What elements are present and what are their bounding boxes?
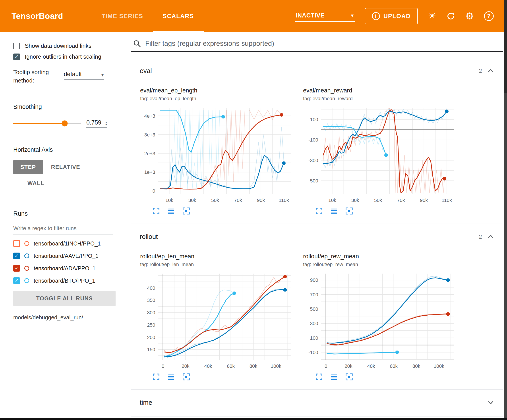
slider-thumb[interactable]	[62, 121, 68, 126]
group-name: time	[140, 399, 152, 406]
runs-filter-input[interactable]	[13, 224, 113, 234]
chevron-down-icon[interactable]	[487, 399, 494, 406]
divider	[0, 137, 123, 137]
svg-text:500: 500	[310, 306, 318, 312]
tab-time-series[interactable]: TIME SERIES	[92, 0, 153, 32]
chart-canvas[interactable]: 020k40k60k80k100k150200250300350400	[140, 270, 298, 372]
run-checkbox[interactable]: ✓	[13, 277, 20, 284]
svg-text:70k: 70k	[397, 198, 405, 203]
axis-relative-button[interactable]: RELATIVE	[44, 160, 87, 174]
upload-button[interactable]: i UPLOAD	[365, 8, 418, 24]
app-header: TensorBoard TIME SERIES SCALARS INACTIVE…	[0, 0, 507, 32]
svg-text:-100: -100	[308, 137, 318, 143]
fit-domain-button[interactable]	[182, 207, 191, 216]
show-download-links-checkbox[interactable]: Show data download links	[13, 42, 123, 49]
scrollbar-thumb[interactable]	[504, 0, 507, 93]
svg-text:110k: 110k	[442, 198, 452, 203]
tag-filter-input[interactable]	[145, 40, 502, 48]
svg-text:50k: 50k	[211, 198, 219, 203]
group-name: eval	[140, 67, 152, 75]
svg-text:100k: 100k	[434, 363, 444, 369]
tag-filter-bar	[131, 39, 503, 52]
axis-step-button[interactable]: STEP	[13, 160, 43, 174]
chart-canvas[interactable]: 020k40k60k80k100k-100100300500700900	[303, 270, 461, 372]
fit-domain-button[interactable]	[345, 207, 353, 216]
expand-chart-button[interactable]	[152, 207, 161, 216]
svg-text:90k: 90k	[420, 198, 428, 203]
expand-chart-button[interactable]	[152, 373, 161, 381]
chart-title: eval/mean_reward	[303, 87, 461, 94]
chart-canvas[interactable]: 10k30k50k70k90k110k-500-300-100100	[303, 104, 461, 206]
stepper-down-icon[interactable]: ▾	[106, 124, 107, 126]
status-dropdown[interactable]: INACTIVE ▾	[295, 11, 355, 22]
run-checkbox[interactable]	[13, 240, 20, 247]
svg-text:4e+3: 4e+3	[144, 113, 155, 119]
refresh-icon[interactable]	[446, 12, 455, 21]
divider	[0, 200, 123, 200]
fit-domain-button[interactable]	[182, 373, 191, 381]
view-data-button[interactable]	[330, 207, 338, 216]
chart-eval-mean-ep-length: eval/mean_ep_length tag: eval/mean_ep_le…	[140, 87, 298, 216]
nav-tabs: TIME SERIES SCALARS	[92, 0, 204, 32]
svg-text:-300: -300	[308, 158, 318, 163]
expand-chart-button[interactable]	[315, 207, 324, 216]
chevron-up-icon[interactable]	[487, 233, 494, 241]
ignore-outliers-checkbox[interactable]: ✓ Ignore outliers in chart scaling	[13, 53, 123, 60]
checkbox-icon[interactable]: ✓	[13, 54, 20, 60]
view-data-button[interactable]	[167, 207, 176, 216]
runs-directory-path: models/debugged_eval_run/	[13, 314, 123, 321]
smoothing-value-input[interactable]	[86, 119, 104, 126]
help-icon[interactable]: ?	[484, 11, 494, 21]
run-row-1inch[interactable]: tensorboard/1INCH/PPO_1	[13, 240, 123, 247]
run-color-swatch	[24, 254, 29, 258]
svg-text:200: 200	[147, 335, 155, 340]
svg-text:2e+3: 2e+3	[144, 151, 155, 156]
expand-chart-button[interactable]	[315, 373, 324, 381]
axis-wall-button[interactable]: WALL	[20, 176, 51, 190]
chevron-down-icon: ▾	[101, 72, 104, 78]
settings-sidebar: Show data download links ✓ Ignore outlie…	[0, 32, 128, 418]
group-header-rollout[interactable]: rollout 2	[131, 226, 503, 247]
run-checkbox[interactable]: ✓	[13, 253, 20, 259]
svg-text:150: 150	[147, 347, 155, 352]
toggle-all-runs-button[interactable]: TOGGLE ALL RUNS	[13, 291, 116, 306]
chart-rollout-ep-len-mean: rollout/ep_len_mean tag: rollout/ep_len_…	[140, 253, 298, 381]
app-title: TensorBoard	[12, 12, 63, 21]
run-checkbox[interactable]: ✓	[13, 265, 20, 272]
smoothing-value-field[interactable]: ▴▾	[86, 119, 107, 128]
run-row-aave[interactable]: ✓ tensorboard/AAVE/PPO_1	[13, 253, 123, 259]
svg-text:20k: 20k	[345, 363, 352, 369]
svg-text:50k: 50k	[374, 198, 382, 203]
tab-scalars[interactable]: SCALARS	[153, 0, 204, 32]
group-header-time[interactable]: time	[131, 392, 503, 413]
chart-title: rollout/ep_len_mean	[140, 253, 298, 260]
checkbox-icon[interactable]	[13, 43, 20, 49]
window-bottom-edge	[0, 418, 507, 420]
brightness-icon[interactable]: ☀	[428, 12, 436, 21]
smoothing-slider[interactable]	[13, 123, 81, 124]
chart-rollout-ep-rew-mean: rollout/ep_rew_mean tag: rollout/ep_rew_…	[303, 253, 461, 381]
run-label: tensorboard/1INCH/PPO_1	[34, 241, 101, 247]
svg-text:300: 300	[147, 310, 155, 315]
view-data-button[interactable]	[167, 373, 176, 381]
slider-fill	[13, 123, 65, 124]
view-data-button[interactable]	[330, 373, 338, 381]
number-stepper[interactable]: ▴▾	[106, 121, 107, 126]
settings-icon[interactable]: ⚙	[465, 12, 474, 21]
vertical-scrollbar[interactable]	[504, 0, 507, 420]
svg-text:100: 100	[310, 335, 318, 341]
run-row-btc[interactable]: ✓ tensorboard/BTC/PPO_1	[13, 277, 123, 284]
group-header-eval[interactable]: eval 2	[131, 60, 503, 81]
run-row-ada[interactable]: ✓ tensorboard/ADA/PPO_1	[13, 265, 123, 272]
svg-text:3e+3: 3e+3	[144, 132, 155, 138]
info-icon: i	[372, 12, 380, 20]
chart-title: rollout/ep_rew_mean	[303, 253, 461, 260]
svg-text:0: 0	[153, 188, 155, 194]
fit-domain-button[interactable]	[345, 373, 353, 381]
tooltip-sorting-dropdown[interactable]: default ▾	[64, 68, 104, 80]
svg-text:-500: -500	[308, 178, 318, 184]
svg-text:250: 250	[147, 322, 155, 328]
horizontal-axis-label: Horizontal Axis	[13, 146, 123, 153]
chart-canvas[interactable]: 10k30k50k70k90k110k01e+32e+33e+34e+3	[140, 104, 298, 206]
chevron-up-icon[interactable]	[487, 67, 494, 75]
